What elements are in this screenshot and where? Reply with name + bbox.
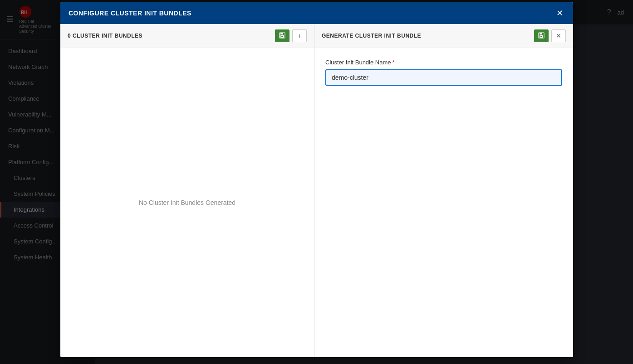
empty-text: No Cluster Init Bundles Generated [139, 199, 236, 206]
save-icon [279, 32, 285, 40]
left-panel: 0 CLUSTER INIT BUNDLES [60, 24, 314, 357]
field-required-indicator: * [393, 59, 395, 66]
modal-title: CONFIGURE CLUSTER INIT BUNDLES [69, 10, 191, 17]
right-panel-header: GENERATE CLUSTER INIT BUNDLE [314, 24, 573, 48]
right-panel-save-button[interactable] [534, 29, 549, 42]
modal-close-button[interactable]: ✕ [554, 8, 565, 18]
left-panel-empty-state: No Cluster Init Bundles Generated [60, 48, 314, 357]
left-panel-add-button[interactable]: + [292, 29, 307, 42]
right-panel: GENERATE CLUSTER INIT BUNDLE [314, 24, 573, 357]
field-label: Cluster Init Bundle Name* [325, 59, 562, 66]
svg-rect-9 [540, 36, 542, 37]
svg-rect-7 [540, 33, 542, 34]
left-panel-actions: + [275, 29, 307, 42]
right-panel-content: Cluster Init Bundle Name* [314, 48, 573, 357]
modal-body: 0 CLUSTER INIT BUNDLES [60, 24, 573, 357]
modal-header: CONFIGURE CLUSTER INIT BUNDLES ✕ [60, 2, 573, 24]
right-panel-close-button[interactable]: ✕ [551, 29, 566, 42]
svg-rect-5 [281, 36, 283, 37]
save-icon-right [538, 32, 545, 40]
right-panel-title: GENERATE CLUSTER INIT BUNDLE [322, 33, 421, 39]
left-panel-save-button[interactable] [275, 29, 290, 42]
svg-rect-3 [280, 33, 283, 34]
configure-cluster-modal: CONFIGURE CLUSTER INIT BUNDLES ✕ 0 CLUST… [60, 2, 573, 357]
right-panel-actions: ✕ [534, 29, 566, 42]
left-panel-title: 0 CLUSTER INIT BUNDLES [68, 33, 142, 39]
modal-overlay: CONFIGURE CLUSTER INIT BUNDLES ✕ 0 CLUST… [0, 0, 633, 364]
left-panel-header: 0 CLUSTER INIT BUNDLES [60, 24, 314, 48]
cluster-init-bundle-name-input[interactable] [325, 69, 562, 86]
